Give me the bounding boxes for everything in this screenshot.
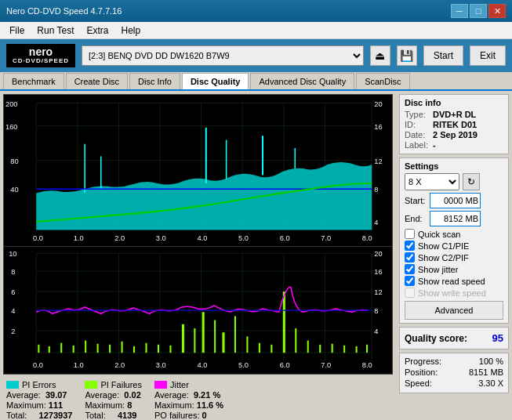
svg-rect-64	[133, 346, 135, 353]
svg-text:8: 8	[374, 186, 378, 194]
progress-row: Progress: 100 %	[405, 357, 503, 366]
quick-scan-checkbox[interactable]	[405, 229, 415, 239]
svg-rect-58	[60, 343, 62, 353]
svg-text:20: 20	[374, 251, 382, 259]
right-panel: Disc info Type: DVD+R DL ID: RITEK D01 D…	[396, 91, 512, 420]
tab-benchmark[interactable]: Benchmark	[3, 73, 64, 89]
jitter-po: PO failures: 0	[154, 411, 223, 420]
svg-rect-80	[319, 345, 321, 353]
start-mb-row: Start:	[405, 193, 503, 208]
svg-text:3.0: 3.0	[156, 361, 166, 369]
svg-text:10: 10	[9, 251, 16, 259]
jitter-legend: Jitter Average: 9.21 % Maximum: 11.6 % P…	[154, 380, 223, 420]
svg-text:8.0: 8.0	[362, 234, 372, 242]
svg-rect-82	[343, 346, 345, 353]
svg-text:0.0: 0.0	[33, 361, 43, 369]
tab-disc-info[interactable]: Disc Info	[129, 73, 180, 89]
advanced-button[interactable]: Advanced	[405, 301, 503, 320]
start-mb-input[interactable]	[430, 193, 481, 208]
maximize-button[interactable]: □	[470, 4, 487, 18]
top-chart: 200 160 80 40 20 16 12 8 4 0.0 1.0 2.0 3…	[4, 95, 392, 247]
speed-selector[interactable]: 8 X Max 1 X 2 X 4 X 16 X	[405, 173, 459, 190]
position-label: Position:	[405, 368, 438, 377]
svg-text:6: 6	[11, 289, 15, 297]
main-content: 200 160 80 40 20 16 12 8 4 0.0 1.0 2.0 3…	[0, 91, 512, 420]
pi-errors-label: PI Errors	[22, 380, 56, 389]
menu-extra[interactable]: Extra	[80, 24, 114, 38]
svg-text:3.0: 3.0	[156, 234, 166, 242]
tab-disc-quality[interactable]: Disc Quality	[182, 73, 249, 89]
nero-sub-text: CD·DVD/SPEED	[13, 58, 69, 65]
progress-panel: Progress: 100 % Position: 8151 MB Speed:…	[399, 353, 509, 393]
progress-label: Progress:	[405, 357, 441, 366]
show-c1pie-checkbox[interactable]	[405, 241, 415, 251]
pi-errors-legend: PI Errors Average: 39.07 Maximum: 111 To…	[6, 380, 72, 420]
svg-rect-74	[246, 337, 248, 353]
svg-rect-65	[145, 343, 147, 353]
refresh-button[interactable]: ↻	[463, 173, 480, 190]
show-c1pie-label: Show C1/PIE	[418, 241, 469, 251]
jitter-label: Jitter	[170, 380, 189, 389]
titlebar-controls: ─ □ ✕	[451, 4, 506, 18]
disc-id-value: RITEK D01	[433, 120, 477, 129]
tab-create-disc[interactable]: Create Disc	[66, 73, 128, 89]
svg-rect-63	[122, 342, 123, 353]
svg-rect-59	[73, 346, 74, 353]
svg-text:20: 20	[374, 100, 382, 108]
menu-help[interactable]: Help	[115, 24, 147, 38]
show-read-speed-checkbox[interactable]	[405, 276, 415, 286]
disc-info-title: Disc info	[405, 98, 503, 107]
svg-text:1.0: 1.0	[74, 234, 84, 242]
pi-errors-color	[6, 381, 19, 389]
svg-text:6.0: 6.0	[280, 361, 290, 369]
jitter-avg: Average: 9.21 %	[154, 390, 223, 400]
show-jitter-checkbox[interactable]	[405, 264, 415, 274]
settings-panel: Settings 8 X Max 1 X 2 X 4 X 16 X ↻ Star…	[399, 158, 509, 324]
quality-score-label: Quality score:	[405, 333, 467, 344]
svg-text:12: 12	[374, 158, 382, 165]
close-button[interactable]: ✕	[488, 4, 506, 18]
svg-text:4: 4	[374, 219, 378, 226]
jitter-max: Maximum: 11.6 %	[154, 400, 223, 410]
jitter-color	[154, 381, 167, 389]
svg-text:0.0: 0.0	[33, 234, 43, 242]
minimize-button[interactable]: ─	[451, 4, 468, 18]
svg-rect-84	[366, 345, 368, 353]
tab-advanced-disc-quality[interactable]: Advanced Disc Quality	[250, 73, 354, 89]
menubar: File Run Test Extra Help	[0, 22, 512, 39]
menu-run-test[interactable]: Run Test	[31, 24, 80, 38]
toolbar: nero CD·DVD/SPEED [2:3] BENQ DVD DD DW16…	[0, 39, 512, 72]
svg-rect-62	[109, 345, 111, 353]
progress-value: 100 %	[479, 357, 503, 366]
disc-id-label: ID:	[405, 120, 430, 129]
pi-failures-max: Maximum: 8	[85, 400, 142, 410]
svg-text:1.0: 1.0	[74, 361, 84, 369]
svg-text:7.0: 7.0	[321, 234, 331, 242]
end-mb-row: End:	[405, 211, 503, 226]
disc-label-value: -	[433, 140, 436, 150]
show-c2pif-checkbox[interactable]	[405, 252, 415, 262]
drive-selector[interactable]: [2:3] BENQ DVD DD DW1620 B7W9	[82, 45, 364, 66]
svg-text:80: 80	[10, 158, 18, 165]
end-mb-input[interactable]	[430, 211, 481, 226]
disc-date-value: 2 Sep 2019	[433, 130, 478, 139]
pi-errors-total: Total: 1273937	[6, 411, 72, 420]
svg-text:6.0: 6.0	[280, 234, 290, 242]
save-button[interactable]: 💾	[397, 45, 417, 66]
show-write-speed-label: Show write speed	[418, 288, 486, 298]
tab-scandisc[interactable]: ScanDisc	[356, 73, 409, 89]
svg-rect-67	[169, 346, 171, 353]
pi-failures-color	[85, 381, 97, 389]
disc-type-label: Type:	[405, 110, 430, 119]
menu-file[interactable]: File	[3, 24, 31, 38]
svg-rect-61	[97, 344, 99, 353]
start-button[interactable]: Start	[423, 45, 463, 66]
svg-rect-75	[259, 343, 260, 353]
chart-canvas: 200 160 80 40 20 16 12 8 4 0.0 1.0 2.0 3…	[3, 94, 393, 375]
svg-rect-71	[214, 320, 216, 353]
svg-rect-72	[222, 333, 224, 353]
svg-text:4.0: 4.0	[197, 361, 207, 369]
legend-bar: PI Errors Average: 39.07 Maximum: 111 To…	[0, 378, 396, 420]
exit-button[interactable]: Exit	[470, 45, 506, 66]
eject-button[interactable]: ⏏	[370, 45, 390, 66]
